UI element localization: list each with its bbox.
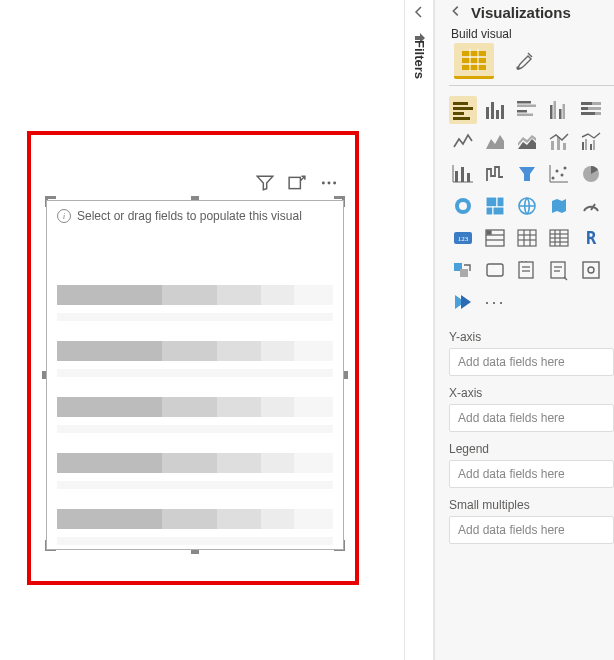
viz-hundred-bar[interactable]: [577, 96, 605, 124]
well-small-multiples[interactable]: Add data fields here: [449, 516, 614, 544]
svg-rect-32: [551, 141, 554, 150]
more-icon[interactable]: [320, 174, 338, 192]
well-xaxis[interactable]: Add data fields here: [449, 404, 614, 432]
well-legend[interactable]: Add data fields here: [449, 460, 614, 488]
svg-point-46: [561, 174, 564, 177]
viz-table[interactable]: [513, 224, 541, 252]
viz-power-automate[interactable]: [449, 288, 477, 316]
svg-rect-13: [453, 117, 470, 120]
viz-card[interactable]: 123: [449, 224, 477, 252]
svg-rect-6: [462, 65, 486, 70]
viz-pie[interactable]: [577, 160, 605, 188]
svg-rect-82: [551, 262, 565, 278]
viz-filled-map[interactable]: [545, 192, 573, 220]
well-label-yaxis: Y-axis: [449, 330, 614, 344]
svg-rect-0: [289, 177, 300, 188]
filters-label: Filters: [412, 40, 427, 79]
svg-rect-21: [517, 114, 533, 117]
build-visual-label: Build visual: [449, 27, 614, 41]
visual-frame[interactable]: i Select or drag fields to populate this…: [46, 200, 344, 550]
svg-point-87: [588, 267, 594, 273]
svg-rect-65: [518, 230, 536, 246]
svg-rect-79: [519, 262, 533, 278]
svg-rect-20: [517, 110, 527, 113]
visual-toolbar: [250, 174, 344, 192]
viz-stacked-area[interactable]: [513, 128, 541, 156]
chevron-left-icon[interactable]: [411, 4, 427, 23]
viz-qa[interactable]: [545, 256, 573, 284]
focus-mode-icon[interactable]: [288, 174, 306, 192]
viz-scatter[interactable]: [545, 160, 573, 188]
pane-title: Visualizations: [471, 4, 571, 21]
info-icon: i: [57, 209, 71, 223]
svg-rect-31: [595, 112, 601, 115]
viz-key-influencers[interactable]: [481, 256, 509, 284]
viz-donut[interactable]: [449, 192, 477, 220]
viz-waterfall[interactable]: [481, 160, 509, 188]
viz-py-visual[interactable]: [449, 256, 477, 284]
svg-point-45: [556, 170, 559, 173]
viz-narrative[interactable]: [577, 256, 605, 284]
chevron-left-icon[interactable]: [449, 4, 463, 21]
svg-point-1: [322, 182, 325, 185]
viz-treemap[interactable]: [481, 192, 509, 220]
viz-area[interactable]: [481, 128, 509, 156]
viz-clustered-bar[interactable]: [513, 96, 541, 124]
well-label-legend: Legend: [449, 442, 614, 456]
visual-hint-row: i Select or drag fields to populate this…: [47, 201, 343, 227]
svg-rect-41: [467, 173, 470, 182]
svg-rect-12: [453, 112, 464, 115]
svg-rect-34: [563, 143, 566, 150]
svg-rect-30: [588, 107, 601, 110]
viz-funnel[interactable]: [513, 160, 541, 188]
well-label-small-multiples: Small multiples: [449, 498, 614, 512]
viz-clustered-column[interactable]: [545, 96, 573, 124]
svg-rect-19: [517, 105, 536, 108]
filters-pane-collapsed[interactable]: Filters: [404, 0, 434, 660]
tab-format-visual[interactable]: [504, 43, 544, 79]
viz-line[interactable]: [449, 128, 477, 156]
svg-rect-17: [501, 105, 504, 119]
viz-line-clustered-column[interactable]: [577, 128, 605, 156]
report-canvas[interactable]: i Select or drag fields to populate this…: [0, 0, 400, 660]
well-yaxis[interactable]: Add data fields here: [449, 348, 614, 376]
tab-underline: [449, 85, 614, 86]
svg-rect-11: [453, 107, 473, 110]
svg-rect-37: [590, 144, 592, 150]
svg-rect-16: [496, 110, 499, 119]
svg-rect-18: [517, 101, 531, 104]
svg-rect-86: [583, 262, 599, 278]
svg-rect-55: [486, 207, 493, 215]
svg-rect-54: [497, 197, 504, 207]
svg-rect-40: [461, 167, 464, 182]
svg-rect-4: [462, 51, 486, 56]
svg-point-9: [517, 67, 519, 69]
viz-r-visual[interactable]: R: [577, 224, 605, 252]
viz-stacked-bar[interactable]: [449, 96, 477, 124]
viz-stacked-column[interactable]: [481, 96, 509, 124]
viz-matrix[interactable]: [545, 224, 573, 252]
svg-rect-22: [550, 105, 553, 119]
svg-rect-24: [559, 109, 562, 119]
svg-rect-64: [487, 231, 491, 234]
svg-rect-33: [557, 137, 560, 150]
svg-rect-78: [487, 264, 503, 276]
filter-icon[interactable]: [256, 174, 274, 192]
viz-gauge[interactable]: [577, 192, 605, 220]
svg-point-47: [564, 167, 567, 170]
viz-more[interactable]: ···: [481, 288, 509, 316]
svg-point-2: [328, 182, 331, 185]
viz-ribbon[interactable]: [449, 160, 477, 188]
viz-multi-row-card[interactable]: [481, 224, 509, 252]
svg-rect-14: [486, 107, 489, 119]
svg-rect-25: [563, 104, 566, 119]
svg-rect-56: [493, 207, 504, 215]
visual-selection[interactable]: i Select or drag fields to populate this…: [46, 174, 344, 550]
svg-rect-53: [486, 197, 497, 207]
svg-rect-35: [582, 142, 584, 150]
svg-rect-29: [592, 102, 601, 105]
viz-line-stacked-column[interactable]: [545, 128, 573, 156]
viz-map[interactable]: [513, 192, 541, 220]
viz-decomposition-tree[interactable]: [513, 256, 541, 284]
tab-build-visual[interactable]: [454, 43, 494, 79]
